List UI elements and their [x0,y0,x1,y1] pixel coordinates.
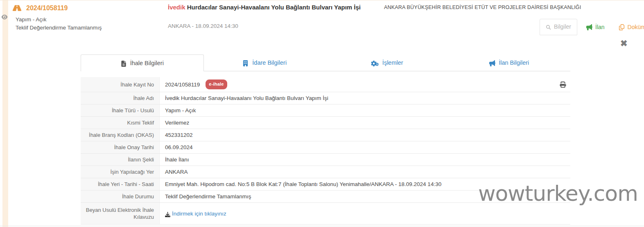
e-ihale-badge: e-ihale [206,79,227,89]
gears-icon [371,60,379,66]
table-row: İhale Branş Kodları (OKAS) 452331202 [81,129,570,141]
table-row: İhale Türü - Usulü Yapım - Açık [81,104,570,116]
bottom-divider [0,226,644,226]
row-value: 452331202 [160,129,570,141]
download-link-label: İndirmek için tıklayınız [172,210,226,217]
row-label: İhale Durumu [81,191,160,202]
row-value: İvedik Hurdacılar Sanayi-Havaalanı Yolu … [160,92,570,104]
tab-ilan-bilgileri[interactable]: İlan Bilgileri [448,54,571,71]
tender-status: Teklif Değerlendirme Tamamlanmış [16,24,102,32]
table-row: İhale Durumu Teklif Değerlendirme Tamaml… [81,190,570,202]
close-icon[interactable]: ✖ [620,39,628,48]
tender-number[interactable]: 2024/1058119 [26,5,68,12]
ilan-button[interactable]: İlan [584,20,607,34]
row-label: İhale Adı [81,92,160,104]
table-row: İhale Adı İvedik Hurdacılar Sanayi-Havaa… [81,92,570,104]
dokuman-label: Doküman [628,24,644,30]
table-row: İhale Kayıt No 2024/1058119 e-ihale [81,77,570,92]
row-label: İhale Türü - Usulü [81,104,160,116]
row-value: İhale İlanı [160,154,570,166]
ilan-label: İlan [595,24,605,30]
tab-label: İşlemler [382,59,403,66]
row-label: İhale Onay Tarihi [81,141,160,153]
bilgiler-label: Bilgiler [554,23,571,30]
agency-name: ANKARA BÜYÜKŞEHİR BELEDİYESİ ETÜT VE PRO… [384,5,638,10]
building-icon [243,60,249,66]
tab-label: İdare Bilgileri [252,59,287,66]
row-label: Beyan Usulü Elektronik İhale Kılavuzu [81,203,160,224]
header-actions: Bilgiler İlan Doküman [540,19,644,35]
row-label: İhale Yeri - Tarihi - Saati [81,178,160,190]
eye-icon[interactable] [1,13,8,19]
row-value: 06.09.2024 [160,141,570,153]
tender-details-table: İhale Kayıt No 2024/1058119 e-ihale İhal… [81,77,570,225]
print-icon[interactable] [559,81,566,88]
title-rest: Hurdacılar Sanayi-Havaalanı Yolu Bağlant… [185,4,361,11]
row-value: Teklif Değerlendirme Tamamlanmış [160,191,570,202]
download-guide-link[interactable]: İndirmek için tıklayınız [165,210,226,217]
table-row: Beyan Usulü Elektronik İhale Kılavuzu İn… [81,202,570,225]
download-icon [165,211,170,216]
tab-idare-bilgileri[interactable]: İdare Bilgileri [204,54,326,71]
row-label: İhale Kayıt No [81,77,160,92]
tender-title: İvedik Hurdacılar Sanayi-Havaalanı Yolu … [168,4,397,11]
search-icon [546,23,551,30]
bullhorn-icon [489,60,495,66]
tender-detail-panel: İhale Bilgileri İdare Bilgileri İşlemler… [81,54,570,225]
tender-place-date: ANKARA - 18.09.2024 14:30 [168,23,238,29]
file-text-icon [121,60,127,66]
left-accent-strip [2,0,8,227]
table-row: İşin Yapılacağı Yer ANKARA [81,166,570,178]
row-value: Verilemez [160,117,570,129]
tender-type: Yapım - Açık [16,16,102,24]
dokuman-button[interactable]: Doküman [616,20,644,34]
tab-ihale-bilgileri[interactable]: İhale Bilgileri [81,54,204,71]
row-label: Kısmi Teklif [81,117,160,129]
row-value: Yapım - Açık [160,104,570,116]
row-label: İşin Yapılacağı Yer [81,166,160,178]
copy-icon [619,24,625,31]
table-row: Kısmi Teklif Verilemez [81,116,570,129]
row-label: İlanın Şekli [81,154,160,166]
road-icon [12,4,22,12]
title-highlight: İvedik [168,4,185,11]
tab-label: İlan Bilgileri [499,59,529,66]
row-label: İhale Branş Kodları (OKAS) [81,129,160,141]
tab-label: İhale Bilgileri [130,60,164,66]
bullhorn-icon [586,24,592,31]
tab-bar: İhale Bilgileri İdare Bilgileri İşlemler… [81,54,570,71]
table-row: İhale Yeri - Tarihi - Saati Emniyet Mah.… [81,178,570,190]
bilgiler-button[interactable]: Bilgiler [540,19,577,35]
table-row: İhale Onay Tarihi 06.09.2024 [81,141,570,153]
row-value: Emniyet Mah. Hipodrom cad. No:5 B Blok K… [160,178,570,190]
tab-islemler[interactable]: İşlemler [326,54,448,71]
row-value: ANKARA [160,166,570,178]
table-row: İlanın Şekli İhale İlanı [81,153,570,166]
row-value: 2024/1058119 [165,81,200,88]
header-left: 2024/1058119 Yapım - Açık Teklif Değerle… [12,4,102,32]
